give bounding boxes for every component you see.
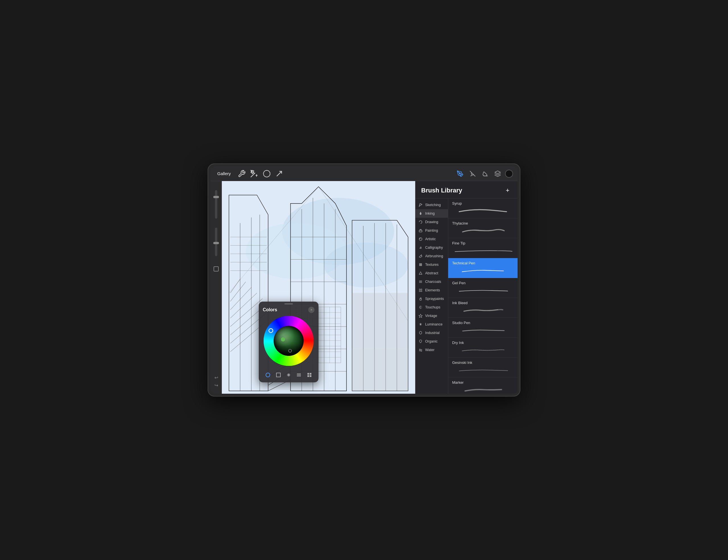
color-mode-harmony[interactable]: [285, 371, 293, 379]
undo-button[interactable]: ↩: [214, 375, 218, 380]
transform-icon[interactable]: [275, 170, 283, 178]
canvas-mode-toggle[interactable]: [214, 267, 219, 272]
brush-library-title: Brush Library: [421, 187, 462, 194]
brush-dry-ink[interactable]: Dry Ink: [448, 338, 518, 357]
color-mode-wheel[interactable]: [264, 371, 272, 379]
color-wheel-container[interactable]: [263, 315, 314, 366]
brush-size-slider[interactable]: [215, 190, 217, 219]
color-mode-gradient[interactable]: [295, 371, 303, 379]
brush-gel-pen-preview: [452, 287, 514, 295]
layers-button[interactable]: [493, 169, 503, 179]
svg-point-3: [459, 173, 460, 174]
water-label: Water: [425, 348, 435, 352]
brush-syrup[interactable]: Syrup: [448, 199, 518, 218]
brush-gesinski-ink-preview: [452, 366, 514, 374]
brush-fine-tip[interactable]: Fine Tip: [448, 238, 518, 258]
category-luminance[interactable]: Luminance: [415, 320, 448, 328]
brush-syrup-name: Syrup: [452, 201, 514, 206]
brush-library-header: Brush Library +: [415, 181, 518, 199]
category-elements[interactable]: Elements: [415, 286, 448, 294]
colors-panel: Colors ×: [259, 301, 319, 382]
category-charcoals[interactable]: Charcoals: [415, 278, 448, 286]
category-airbrushing[interactable]: Airbrushing: [415, 252, 448, 261]
category-painting[interactable]: Painting: [415, 226, 448, 235]
toolbar-right: [455, 169, 513, 179]
charcoals-label: Charcoals: [425, 280, 441, 284]
category-organic[interactable]: Organic: [415, 337, 448, 346]
brush-size-thumb[interactable]: [213, 196, 219, 198]
svg-marker-86: [419, 272, 422, 274]
colors-drag-handle[interactable]: [284, 303, 293, 304]
category-water[interactable]: Water: [415, 346, 448, 354]
brush-technical-pen[interactable]: Technical Pen: [448, 258, 518, 278]
redo-button[interactable]: ↪: [214, 383, 218, 388]
brush-ink-bleed[interactable]: Ink Bleed: [448, 298, 518, 318]
category-sketching[interactable]: Sketching: [415, 201, 448, 209]
spraypaints-label: Spraypaints: [425, 297, 444, 301]
svg-line-2: [277, 171, 281, 176]
wrench-icon[interactable]: [238, 170, 246, 178]
svg-point-78: [420, 238, 421, 239]
brush-studio-pen-name: Studio Pen: [452, 321, 514, 325]
brush-library-add-button[interactable]: +: [503, 186, 512, 195]
industrial-label: Industrial: [425, 331, 440, 335]
selection-icon[interactable]: [263, 170, 271, 178]
abstract-icon: [418, 271, 423, 276]
brush-marker[interactable]: Marker: [448, 377, 518, 394]
brush-categories: Sketching Inking: [415, 199, 448, 394]
category-industrial[interactable]: Industrial: [415, 328, 448, 337]
svg-marker-4: [495, 171, 501, 174]
category-artistic[interactable]: Artistic: [415, 235, 448, 243]
svg-point-90: [419, 289, 420, 290]
category-vintage[interactable]: Vintage: [415, 311, 448, 320]
airbrushing-label: Airbrushing: [425, 254, 443, 258]
brush-thylacine[interactable]: Thylacine: [448, 218, 518, 238]
opacity-thumb[interactable]: [213, 242, 219, 244]
svg-point-77: [419, 238, 422, 241]
color-mode-square[interactable]: [274, 371, 282, 379]
drawing-icon: [418, 220, 423, 224]
svg-rect-76: [419, 230, 422, 232]
svg-point-93: [421, 290, 422, 291]
brush-studio-pen[interactable]: Studio Pen: [448, 318, 518, 338]
category-textures[interactable]: Textures: [415, 261, 448, 269]
calligraphy-label: Calligraphy: [425, 246, 443, 250]
category-abstract[interactable]: Abstract: [415, 269, 448, 278]
color-wheel[interactable]: [263, 315, 314, 366]
canvas-area: Colors ×: [222, 181, 415, 394]
adjustments-icon[interactable]: [250, 170, 258, 178]
gallery-button[interactable]: Gallery: [215, 170, 233, 177]
color-swatch[interactable]: [505, 170, 513, 178]
luminance-label: Luminance: [425, 322, 442, 326]
category-drawing[interactable]: Drawing: [415, 218, 448, 226]
svg-point-67: [266, 373, 270, 377]
airbrushing-icon: [418, 254, 423, 259]
pen-tool-button[interactable]: [455, 169, 465, 179]
svg-rect-72: [307, 373, 309, 375]
vintage-icon: [418, 313, 423, 318]
brush-gel-pen[interactable]: Gel Pen: [448, 278, 518, 298]
touchups-label: Touchups: [425, 305, 440, 309]
brush-syrup-preview: [452, 207, 514, 215]
main-content: ↩ ↪: [210, 181, 518, 394]
category-touchups[interactable]: Touchups: [415, 303, 448, 311]
svg-line-0: [251, 173, 255, 177]
smudge-tool-button[interactable]: [468, 169, 478, 179]
opacity-slider[interactable]: [215, 228, 217, 256]
brush-technical-pen-name: Technical Pen: [452, 261, 514, 265]
category-spraypaints[interactable]: Spraypaints: [415, 294, 448, 303]
color-mode-palette[interactable]: [305, 371, 313, 379]
luminance-icon: [418, 322, 423, 326]
category-calligraphy[interactable]: a Calligraphy: [415, 243, 448, 252]
brush-dry-ink-preview: [452, 346, 514, 354]
svg-marker-96: [419, 322, 422, 326]
brush-gesinski-ink-name: Gesinski Ink: [452, 360, 514, 365]
svg-rect-68: [276, 373, 280, 377]
svg-point-79: [421, 255, 422, 256]
colors-close-button[interactable]: ×: [308, 307, 315, 313]
brush-library-body: Sketching Inking: [415, 199, 518, 394]
eraser-tool-button[interactable]: [480, 169, 490, 179]
brush-library-panel: Brush Library +: [415, 181, 518, 394]
brush-gesinski-ink[interactable]: Gesinski Ink: [448, 357, 518, 377]
category-inking[interactable]: Inking: [415, 209, 448, 218]
